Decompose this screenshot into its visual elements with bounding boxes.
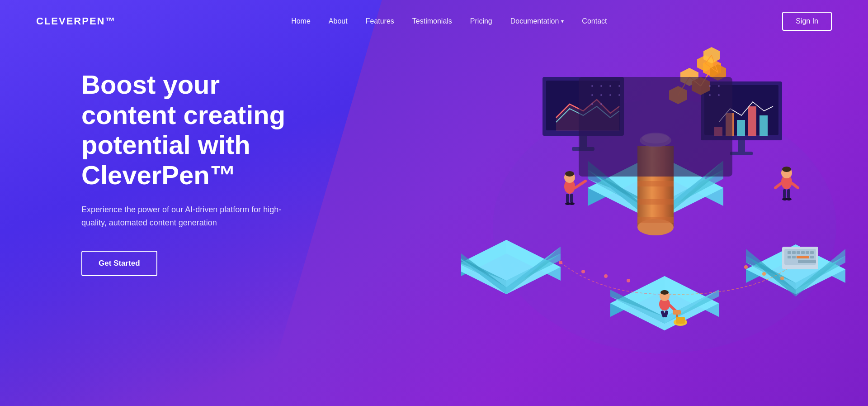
- hero-section: CLEVERPEN™ Home About Features Testimoni…: [0, 0, 868, 406]
- svg-rect-122: [801, 251, 805, 254]
- brand-logo[interactable]: CLEVERPEN™: [36, 15, 116, 27]
- svg-point-113: [709, 85, 711, 87]
- svg-point-112: [600, 103, 602, 105]
- svg-rect-125: [788, 256, 791, 258]
- svg-rect-50: [637, 181, 674, 186]
- hero-content: Boost your content creating potential wi…: [0, 43, 316, 276]
- hero-subtitle: Experience the power of our AI-driven pl…: [81, 203, 298, 229]
- svg-rect-126: [792, 256, 796, 258]
- svg-rect-44: [760, 115, 768, 136]
- svg-point-107: [591, 94, 593, 96]
- svg-point-115: [709, 94, 711, 96]
- nav-item-about[interactable]: About: [329, 17, 348, 25]
- svg-point-74: [780, 277, 784, 280]
- get-started-button[interactable]: Get Started: [81, 251, 157, 276]
- sign-in-button[interactable]: Sign In: [782, 12, 832, 31]
- svg-point-103: [591, 85, 593, 87]
- nav-item-testimonials[interactable]: Testimonials: [412, 17, 452, 25]
- nav-item-features[interactable]: Features: [366, 17, 394, 25]
- svg-rect-119: [788, 251, 791, 254]
- chevron-down-icon: ▾: [561, 18, 564, 24]
- svg-rect-127: [797, 256, 809, 258]
- svg-point-109: [609, 94, 611, 96]
- nav-item-contact[interactable]: Contact: [582, 17, 607, 25]
- svg-point-105: [609, 85, 611, 87]
- svg-point-71: [627, 279, 630, 282]
- svg-point-106: [618, 85, 620, 87]
- nav-link-pricing[interactable]: Pricing: [470, 17, 492, 25]
- svg-rect-99: [673, 310, 681, 315]
- svg-rect-121: [797, 251, 800, 254]
- svg-point-82: [569, 202, 575, 205]
- svg-rect-123: [806, 251, 809, 254]
- svg-point-111: [591, 103, 593, 105]
- isometric-illustration: [461, 36, 868, 389]
- svg-rect-46: [730, 152, 753, 155]
- svg-rect-51: [637, 199, 674, 205]
- svg-rect-101: [676, 317, 685, 324]
- svg-rect-129: [798, 260, 816, 263]
- svg-rect-128: [810, 256, 814, 258]
- svg-point-77: [565, 171, 574, 177]
- svg-rect-102: [579, 77, 732, 177]
- svg-point-72: [744, 265, 748, 269]
- nav-link-features[interactable]: Features: [366, 17, 394, 25]
- svg-rect-43: [748, 106, 756, 136]
- nav-link-about[interactable]: About: [329, 17, 348, 25]
- svg-rect-79: [566, 194, 569, 203]
- nav-item-home[interactable]: Home: [291, 17, 311, 25]
- svg-point-108: [600, 94, 602, 96]
- svg-rect-89: [787, 189, 790, 198]
- nav-link-documentation[interactable]: Documentation ▾: [510, 17, 564, 25]
- nav-item-pricing[interactable]: Pricing: [470, 17, 492, 25]
- svg-point-104: [600, 85, 602, 87]
- svg-point-85: [782, 167, 791, 172]
- nav-link-contact[interactable]: Contact: [582, 17, 607, 25]
- hero-illustration: [461, 36, 868, 389]
- hero-title: Boost your content creating potential wi…: [81, 70, 316, 191]
- svg-point-110: [618, 94, 620, 96]
- nav-item-documentation[interactable]: Documentation ▾: [510, 17, 564, 25]
- svg-rect-88: [783, 189, 786, 198]
- nav-links: Home About Features Testimonials Pricing…: [291, 17, 607, 25]
- navigation: CLEVERPEN™ Home About Features Testimoni…: [0, 0, 868, 43]
- nav-link-home[interactable]: Home: [291, 17, 311, 25]
- svg-point-70: [604, 274, 608, 278]
- svg-rect-120: [792, 251, 796, 254]
- svg-point-116: [718, 94, 720, 96]
- svg-rect-45: [738, 140, 745, 152]
- nav-link-testimonials[interactable]: Testimonials: [412, 17, 452, 25]
- svg-point-91: [786, 198, 792, 201]
- svg-rect-52: [637, 217, 674, 223]
- svg-point-69: [581, 270, 585, 273]
- svg-rect-42: [737, 120, 745, 136]
- svg-rect-124: [810, 251, 814, 254]
- svg-point-114: [718, 85, 720, 87]
- svg-rect-80: [570, 194, 573, 203]
- svg-point-73: [762, 272, 766, 276]
- svg-point-94: [660, 290, 669, 295]
